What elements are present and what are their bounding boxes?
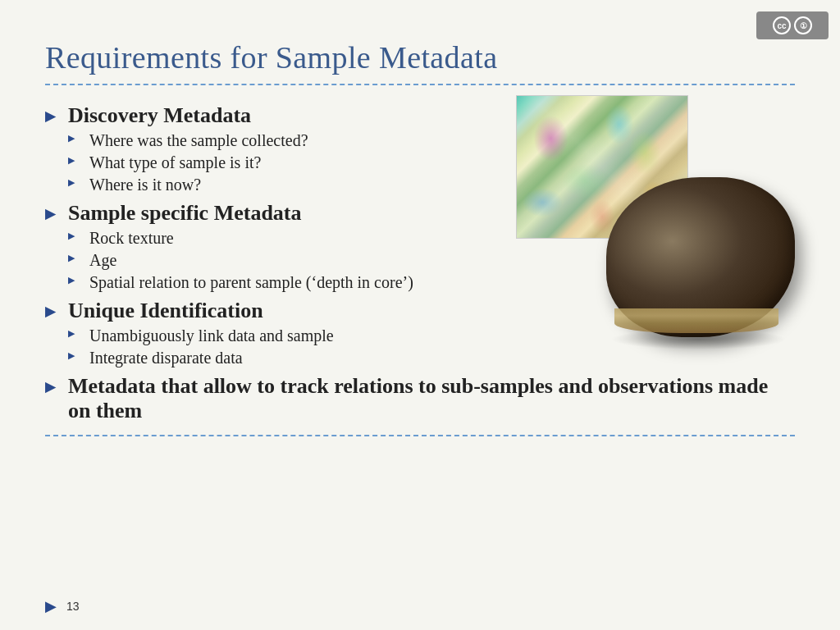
sub-list-discovery: Where was the sample collected? What typ… xyxy=(68,131,795,194)
footer: ▶ 13 xyxy=(45,597,795,615)
sub-list-sample: Rock texture Age Spatial relation to par… xyxy=(68,229,795,292)
slide-title: Requirements for Sample Metadata xyxy=(45,39,795,75)
top-divider xyxy=(45,84,795,85)
list-item-where-now: Where is it now? xyxy=(68,176,795,194)
cc-license-badge: cc ① xyxy=(756,11,829,39)
list-item-sample-specific: Sample specific Metadata Rock texture Ag… xyxy=(45,201,795,292)
list-item-integrate-data: Integrate disparate data xyxy=(68,349,795,368)
content-area: Discovery Metadata Where was the sample … xyxy=(45,103,795,427)
footer-arrow-icon: ▶ xyxy=(45,597,57,615)
list-item-rock-texture: Rock texture xyxy=(68,229,795,248)
main-bullet-list: Discovery Metadata Where was the sample … xyxy=(45,103,795,423)
list-item-metadata-track: Metadata that allow to track relations t… xyxy=(45,374,795,423)
cc-icon: cc xyxy=(773,16,791,34)
list-item-unique-id: Unique Identification Unambiguously link… xyxy=(45,299,795,368)
list-item-discovery-metadata: Discovery Metadata Where was the sample … xyxy=(45,103,795,194)
list-item-spatial-relation: Spatial relation to parent sample (‘dept… xyxy=(68,273,795,292)
list-item-unambiguously-link: Unambiguously link data and sample xyxy=(68,326,795,345)
list-item-age: Age xyxy=(68,251,795,270)
sub-list-unique-id: Unambiguously link data and sample Integ… xyxy=(68,326,795,368)
cc-by-icon: ① xyxy=(794,16,812,34)
list-item-where-collected: Where was the sample collected? xyxy=(68,131,795,150)
page-number: 13 xyxy=(66,600,80,613)
bottom-divider xyxy=(45,435,795,436)
slide: cc ① Requirements for Sample Metadata Di… xyxy=(0,0,840,630)
list-item-what-type: What type of sample is it? xyxy=(68,153,795,172)
